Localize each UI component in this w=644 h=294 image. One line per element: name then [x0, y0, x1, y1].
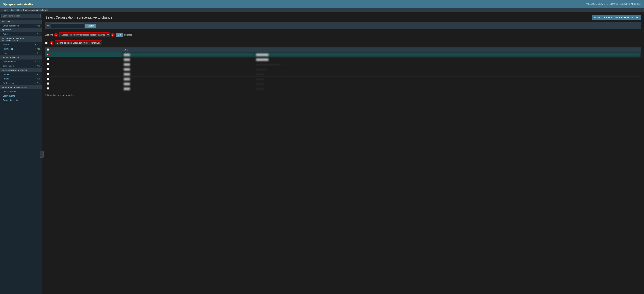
sidebar-add-task-results[interactable]: + Add	[35, 65, 40, 67]
sidebar-add-permissions[interactable]: + Add	[35, 48, 40, 50]
content-header: Select Organisation representative to ch…	[45, 15, 641, 20]
col-details	[254, 47, 641, 52]
row-checkbox-4[interactable]	[47, 73, 49, 75]
row-checkbox-3[interactable]	[47, 68, 49, 70]
dropdown-popup[interactable]: Delete selected Organisation representat…	[55, 40, 102, 45]
sidebar-filter	[0, 12, 42, 20]
sidebar-section-easy-audit: EASY AUDIT APPLICATION	[0, 85, 42, 89]
sidebar-item-email-addresses: Email addresses+ Add	[0, 24, 42, 28]
sidebar-add-groups[interactable]: + Add	[35, 43, 40, 46]
row-checkbox-1[interactable]	[47, 58, 49, 60]
sidebar-add-email-addresses[interactable]: + Add	[35, 25, 40, 27]
row-col2: — — — — — — — — —	[254, 62, 641, 67]
table-row: ████— — —	[45, 77, 641, 81]
row-col1[interactable]: ████	[122, 86, 254, 91]
sidebar-link-request-events[interactable]: Request events	[3, 99, 18, 101]
sidebar-item-users: Users+ Add	[0, 51, 42, 55]
col-use[interactable]: USE	[122, 47, 254, 52]
sidebar-item-request-events: Request events	[0, 98, 42, 102]
sidebar-link-preferences[interactable]: Preferences	[3, 82, 14, 84]
sidebar-link-pages[interactable]: Pages	[3, 77, 9, 80]
welcome-text: WELCOME,	[586, 3, 597, 5]
select-all-checkbox[interactable]	[45, 42, 48, 44]
sidebar-add-preferences[interactable]: + Add	[35, 82, 40, 84]
row-col1[interactable]: ████	[122, 52, 254, 57]
table-row: ████— — —	[45, 86, 641, 91]
header-checkbox[interactable]	[47, 48, 49, 51]
row-checkbox-0[interactable]	[47, 53, 49, 55]
sidebar-collapse-button[interactable]: ‹	[40, 151, 44, 158]
sidebar-item-activities: Activities+ Add	[0, 32, 42, 36]
row-col1[interactable]: ████	[122, 81, 254, 86]
add-button-label: ADD ORGANISATION REPRESENTATIVE	[597, 16, 638, 19]
table-row: ████— — — — — — — — —	[45, 62, 641, 67]
sidebar-item-preferences: Preferences+ Add	[0, 81, 42, 85]
breadcrumb: Home › Stakeholder › Organisation repres…	[0, 8, 644, 12]
table-row: ████████████	[45, 52, 641, 57]
row-col1[interactable]: ████	[122, 77, 254, 81]
sidebar-section-activity: ACTIVITY	[0, 28, 42, 32]
col-checkbox	[45, 47, 122, 52]
action-label: Action:	[45, 33, 53, 36]
sidebar-link-task-results[interactable]: Task results	[3, 65, 14, 67]
results-table: USE ████████████████████████████— — — — …	[45, 47, 641, 91]
header-user-info: WELCOME, VIEW SITE / CHANGE PASSWORD / L…	[586, 3, 641, 5]
row-col1[interactable]: ████	[122, 62, 254, 67]
log-out-link[interactable]: LOG OUT	[632, 3, 641, 5]
breadcrumb-current: Organisation representatives	[22, 9, 48, 11]
selected-count: selected	[124, 33, 132, 36]
header: Django administration WELCOME, VIEW SITE…	[0, 0, 644, 8]
breadcrumb-stakeholder[interactable]: Stakeholder	[10, 9, 21, 11]
sidebar-link-users[interactable]: Users	[3, 52, 8, 54]
sidebar-item-pages: Pages+ Add	[0, 77, 42, 81]
row-col1[interactable]: ████	[122, 72, 254, 77]
sidebar-link-login-events[interactable]: Login events	[3, 94, 15, 97]
sidebar-link-group-results[interactable]: Group results	[3, 60, 16, 63]
page-title: Select Organisation representative to ch…	[45, 15, 112, 19]
sidebar-add-pages[interactable]: + Add	[35, 78, 40, 80]
action-bar: Action: 1 Delete selected Organisation r…	[45, 31, 641, 38]
sidebar-link-activities[interactable]: Activities	[3, 33, 11, 35]
sidebar-sections: ACCOUNTSEmail addresses+ AddACTIVITYActi…	[0, 20, 42, 102]
search-input[interactable]	[51, 23, 84, 28]
view-site-link[interactable]: VIEW SITE	[598, 3, 608, 5]
sidebar-add-group-results[interactable]: + Add	[35, 60, 40, 63]
sidebar-add-activities[interactable]: + Add	[35, 33, 40, 35]
step1-badge: 1	[54, 33, 58, 37]
row-checkbox-6[interactable]	[47, 82, 49, 85]
site-title[interactable]: Django administration	[3, 1, 34, 6]
sidebar-link-email-addresses[interactable]: Email addresses	[3, 24, 19, 27]
table-row: ████— — —	[45, 72, 641, 77]
table-row: ████— — — —	[45, 67, 641, 72]
action-dropdown[interactable]: Delete selected Organisation representat…	[59, 32, 110, 37]
search-button[interactable]: Search	[86, 24, 96, 28]
sidebar-add-blocks[interactable]: + Add	[35, 73, 40, 76]
row-col1[interactable]: ████	[122, 57, 254, 62]
sidebar-add-users[interactable]: + Add	[35, 52, 40, 54]
sidebar: ACCOUNTSEmail addresses+ AddACTIVITYActi…	[0, 12, 42, 294]
container: ACCOUNTSEmail addresses+ AddACTIVITYActi…	[0, 12, 644, 294]
results-count: 9 Organisation representatives	[45, 92, 641, 98]
row-col2: — — —	[254, 86, 641, 91]
add-organisation-representative-button[interactable]: + ADD ORGANISATION REPRESENTATIVE	[592, 15, 641, 20]
sidebar-link-permissions[interactable]: Permissions	[3, 48, 14, 50]
sidebar-filter-input[interactable]	[1, 13, 40, 18]
main-content: Select Organisation representative to ch…	[42, 12, 644, 294]
sidebar-item-permissions: Permissions+ Add	[0, 47, 42, 51]
breadcrumb-home[interactable]: Home	[3, 9, 8, 11]
row-checkbox-5[interactable]	[47, 78, 49, 80]
table-row: ████████████	[45, 57, 641, 62]
site-title-link[interactable]: Django administration	[3, 3, 34, 6]
row-checkbox-2[interactable]	[47, 63, 49, 65]
row-col2: — — —	[254, 72, 641, 77]
change-password-link[interactable]: CHANGE PASSWORD	[610, 3, 630, 5]
search-bar: 🔍 Search	[45, 22, 641, 29]
sidebar-link-blocks[interactable]: Blocks	[3, 73, 9, 76]
row-col2: — — — —	[254, 67, 641, 72]
row-col1[interactable]: ████	[122, 67, 254, 72]
go-button[interactable]: Go	[116, 33, 123, 37]
sidebar-link-groups[interactable]: Groups	[3, 43, 10, 46]
row-checkbox-7[interactable]	[47, 87, 49, 89]
table-header-row: USE	[45, 47, 641, 52]
sidebar-link-crud-events[interactable]: CRUD events	[3, 90, 16, 93]
